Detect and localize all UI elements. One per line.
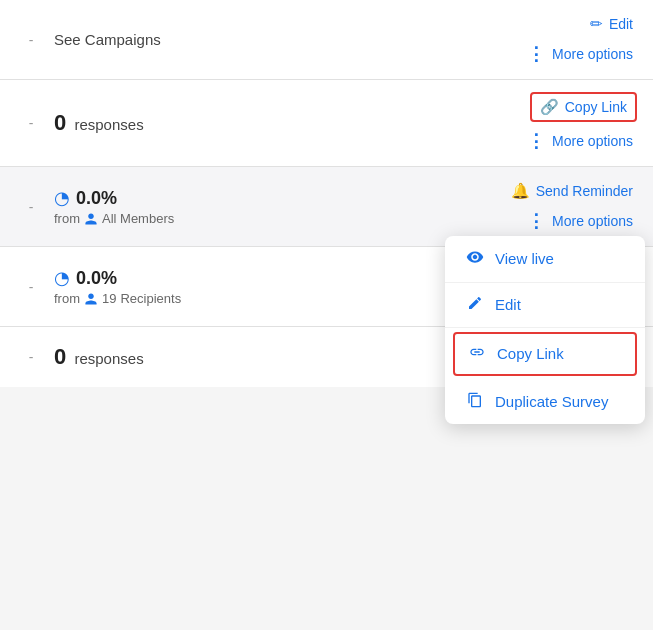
table-row: - 0 responses 🔗 Copy Link ⋮ More options [0,80,653,167]
send-reminder-label: Send Reminder [536,183,633,199]
row-content: 0 responses [46,110,477,136]
more-options-label: More options [552,46,633,62]
more-options-wrapper: ⋮ More options View live [523,208,637,234]
dropdown-item-edit[interactable]: Edit [445,283,645,328]
copy-icon [465,392,485,412]
stat-sub-label: Recipients [120,291,181,306]
link-icon [467,344,487,364]
chart-icon: ◔ [54,187,70,209]
more-options-label: More options [552,133,633,149]
edit-label: Edit [495,296,521,313]
from-label: from [54,291,80,306]
dots-icon: ⋮ [527,130,546,152]
row-dash: - [16,32,46,48]
edit-label: Edit [609,16,633,32]
from-label: from [54,211,80,226]
stat-line: ◔ 0.0% [54,267,181,289]
row-content: ◔ 0.0% from All Members [46,187,477,226]
copy-link-label: Copy Link [497,345,564,362]
more-options-button[interactable]: ⋮ More options [523,41,637,67]
row-actions: 🔔 Send Reminder ⋮ More options View live [477,180,637,234]
more-options-label: More options [552,213,633,229]
bell-icon: 🔔 [511,182,530,200]
row-dash: - [16,349,46,365]
stat-percentage: 0.0% [76,188,117,209]
row-responses-label: 0 responses [54,110,144,136]
row-responses-label: 0 responses [54,344,144,370]
more-options-button[interactable]: ⋮ More options [523,208,637,234]
duplicate-label: Duplicate Survey [495,393,608,410]
row-label: See Campaigns [54,31,161,48]
stat-block: ◔ 0.0% from All Members [54,187,174,226]
row-content: 0 responses [46,344,477,370]
table-container: - See Campaigns ✏ Edit ⋮ More options - … [0,0,653,387]
user-icon [84,212,98,226]
row-dash: - [16,115,46,131]
stat-sub: from 19 Recipients [54,291,181,306]
user-icon [84,292,98,306]
stat-sub: from All Members [54,211,174,226]
send-reminder-button[interactable]: 🔔 Send Reminder [507,180,637,202]
stat-percentage: 0.0% [76,268,117,289]
dots-icon: ⋮ [527,210,546,232]
table-row: - See Campaigns ✏ Edit ⋮ More options [0,0,653,80]
view-live-label: View live [495,250,554,267]
pencil-icon [465,295,485,315]
dropdown-menu: View live Edit Copy Link [445,236,645,424]
link-icon: 🔗 [540,98,559,116]
chart-icon: ◔ [54,267,70,289]
stat-sub-count: 19 [102,291,116,306]
dropdown-item-duplicate[interactable]: Duplicate Survey [445,380,645,424]
stat-block: ◔ 0.0% from 19 Recipients [54,267,181,306]
row-dash: - [16,199,46,215]
row-actions: 🔗 Copy Link ⋮ More options [477,92,637,154]
row-actions: ✏ Edit ⋮ More options [477,13,637,67]
row-content: ◔ 0.0% from 19 Recipients [46,267,477,306]
more-options-button[interactable]: ⋮ More options [523,128,637,154]
table-row: - ◔ 0.0% from All Members 🔔 Send Rem [0,167,653,247]
row-content: See Campaigns [46,31,477,48]
stat-sub-label: All Members [102,211,174,226]
copy-link-button[interactable]: 🔗 Copy Link [530,92,637,122]
dropdown-item-copy-link[interactable]: Copy Link [453,332,637,376]
copy-link-label: Copy Link [565,99,627,115]
pencil-icon: ✏ [590,15,603,33]
dots-icon: ⋮ [527,43,546,65]
eye-icon [465,248,485,270]
stat-line: ◔ 0.0% [54,187,174,209]
row-dash: - [16,279,46,295]
edit-button[interactable]: ✏ Edit [586,13,637,35]
dropdown-item-view-live[interactable]: View live [445,236,645,283]
